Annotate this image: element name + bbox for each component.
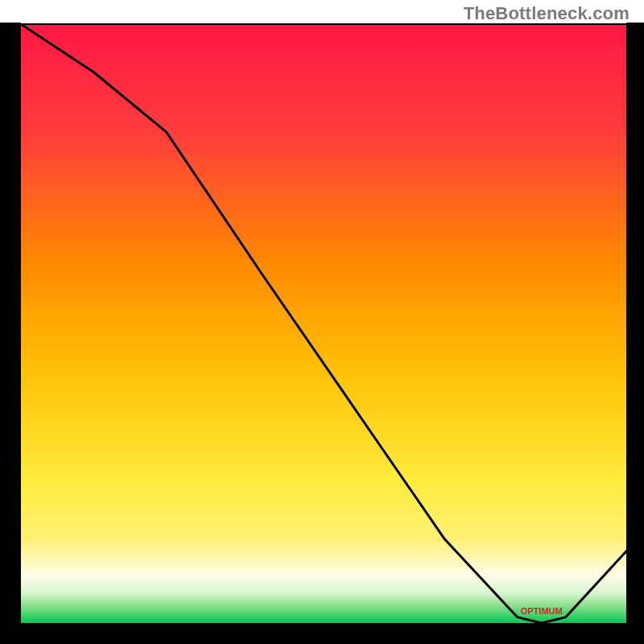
optimum-label: OPTIMUM	[521, 606, 563, 616]
source-watermark: TheBottleneck.com	[464, 3, 630, 24]
chart-container: TheBottleneck.com	[0, 0, 644, 644]
bottleneck-chart: OPTIMUM	[0, 0, 644, 644]
frame-bottom	[0, 623, 644, 644]
frame-left	[0, 23, 21, 644]
plot-background	[21, 24, 626, 623]
frame-right	[626, 23, 644, 644]
